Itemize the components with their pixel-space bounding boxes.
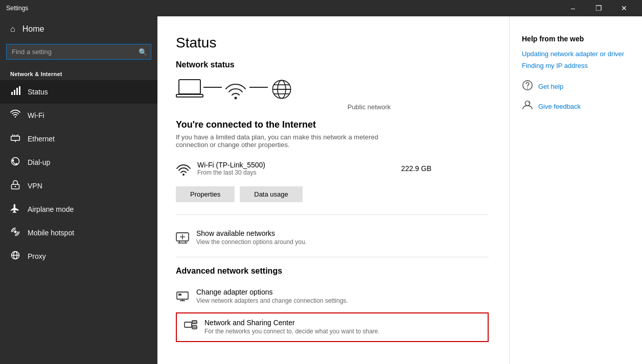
change-adapter-item[interactable]: Change adapter options View network adap… [176,283,489,310]
search-box: 🔍 [6,44,151,60]
sidebar-item-dialup-label: Dial-up [28,158,50,166]
laptop-icon-container [176,78,203,101]
sharing-center-icon [184,320,197,336]
properties-button[interactable]: Properties [176,186,235,202]
help-title: Help from the web [522,35,630,43]
wifi-signal-icon [222,78,249,101]
show-networks-item[interactable]: Show available networks View the connect… [176,224,489,252]
network-label-container: Public network [249,102,489,111]
advanced-settings-title: Advanced network settings [176,266,489,276]
wifi-signal-small-icon [176,161,191,176]
sidebar-item-vpn[interactable]: VPN [0,174,157,198]
svg-point-45 [525,101,530,106]
sidebar-item-wifi-label: Wi-Fi [28,111,44,119]
connected-title: You're connected to the Internet [176,119,489,130]
svg-rect-19 [176,94,203,97]
get-help-item[interactable]: Get help [522,80,630,93]
wifi-signal-container [222,78,249,101]
wifi-name: Wi-Fi (TP-Link_5500) [197,161,265,169]
sidebar: ⌂ Home 🔍 Network & Internet Status Wi-Fi… [0,16,157,364]
connector-line-1 [203,87,222,88]
close-button[interactable]: ✕ [612,0,636,16]
sharing-center-item[interactable]: Network and Sharing Center For the netwo… [176,312,489,342]
svg-rect-18 [179,80,200,94]
network-diagram [176,78,489,101]
help-panel: Help from the web Updating network adapt… [509,16,642,364]
sidebar-item-airplane[interactable]: Airplane mode [0,198,157,221]
sharing-center-sub: For the networks you connect to, decide … [204,328,380,335]
give-feedback-item[interactable]: Give feedback [522,100,630,113]
page-title: Status [176,35,489,51]
wifi-connection-row: Wi-Fi (TP-Link_5500) From the last 30 da… [176,157,431,180]
svg-point-44 [527,87,528,88]
ethernet-icon [10,133,20,145]
sidebar-item-status-label: Status [28,88,48,96]
connected-sub: If you have a limited data plan, you can… [176,133,391,149]
svg-rect-35 [180,300,185,301]
give-feedback-icon [522,100,533,113]
airplane-icon [10,203,20,215]
app-title: Settings [6,5,28,12]
show-networks-icon [176,230,189,247]
restore-button[interactable]: ❐ [587,0,610,16]
dialup-icon [10,156,20,168]
help-actions: Get help Give feedback [522,80,630,113]
change-adapter-sub: View network adapters and change connect… [196,297,348,304]
hotspot-icon [10,227,20,239]
svg-rect-36 [178,294,181,296]
sidebar-item-proxy[interactable]: Proxy [0,245,157,268]
svg-point-20 [235,97,237,100]
divider-2 [176,257,489,257]
show-networks-text: Show available networks View the connect… [196,229,307,246]
show-networks-title: Show available networks [196,229,307,237]
proxy-icon [10,250,20,262]
change-adapter-text: Change adapter options View network adap… [196,288,348,304]
home-icon: ⌂ [10,25,15,34]
sidebar-item-vpn-label: VPN [28,182,42,190]
svg-rect-1 [14,90,15,95]
change-adapter-title: Change adapter options [196,288,348,296]
svg-rect-0 [11,92,13,95]
main-content: Status Network status [157,16,509,364]
svg-rect-3 [19,86,20,95]
svg-point-4 [15,116,16,118]
sidebar-item-proxy-label: Proxy [28,252,46,260]
search-input[interactable] [6,44,151,60]
data-usage-button[interactable]: Data usage [240,186,303,202]
sharing-center-title: Network and Sharing Center [204,319,380,327]
wifi-info: Wi-Fi (TP-Link_5500) From the last 30 da… [197,161,265,176]
show-networks-sub: View the connection options around you. [196,238,307,246]
sidebar-item-airplane-label: Airplane mode [28,205,74,213]
globe-icon-container [268,78,295,101]
svg-point-26 [182,174,185,176]
svg-rect-5 [11,136,20,140]
wifi-left: Wi-Fi (TP-Link_5500) From the last 30 da… [176,161,265,176]
minimize-button[interactable]: – [561,0,585,16]
svg-rect-33 [177,292,188,299]
network-status-title: Network status [176,60,489,69]
network-label: Public network [348,103,391,111]
svg-rect-37 [185,322,192,327]
sidebar-item-hotspot-label: Mobile hotspot [28,229,74,237]
vpn-icon [10,180,20,192]
titlebar: Settings – ❐ ✕ [0,0,642,16]
sidebar-item-ethernet[interactable]: Ethernet [0,127,157,151]
sidebar-item-hotspot[interactable]: Mobile hotspot [0,221,157,245]
wifi-sub: From the last 30 days [197,169,265,176]
sidebar-item-dialup[interactable]: Dial-up [0,151,157,174]
sidebar-item-home[interactable]: ⌂ Home [0,16,157,42]
give-feedback-label[interactable]: Give feedback [538,103,581,110]
sidebar-item-status[interactable]: Status [0,80,157,104]
button-row: Properties Data usage [176,186,489,202]
sidebar-item-wifi[interactable]: Wi-Fi [0,104,157,127]
window-controls: – ❐ ✕ [561,0,636,16]
help-link-ip[interactable]: Finding my IP address [522,62,630,69]
sidebar-home-label: Home [22,25,44,34]
get-help-label[interactable]: Get help [538,83,563,90]
sidebar-item-ethernet-label: Ethernet [28,135,55,143]
globe-icon [268,78,295,101]
svg-point-13 [15,186,16,187]
help-link-adapter[interactable]: Updating network adapter or driver [522,50,630,58]
wifi-data-usage: 222.9 GB [401,164,431,173]
get-help-icon [522,80,533,93]
